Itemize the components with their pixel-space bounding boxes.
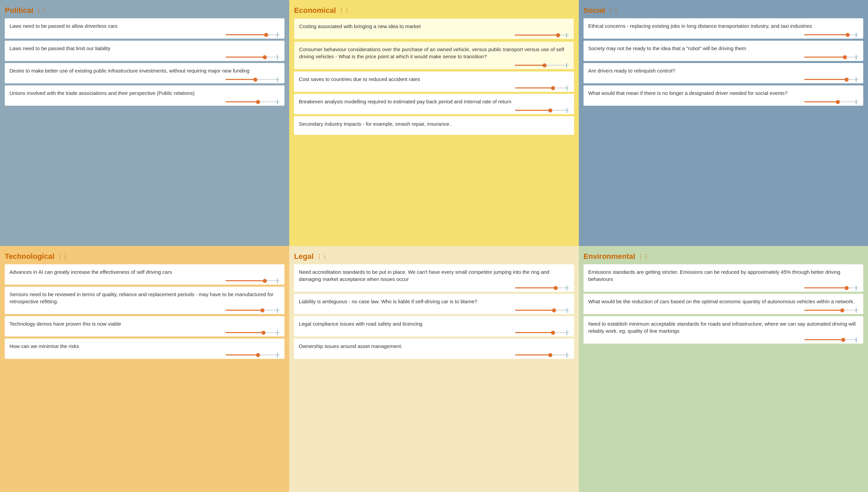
slider-container[interactable] [588, 287, 859, 289]
slider-thumb[interactable] [552, 308, 556, 312]
slider-track[interactable] [515, 310, 569, 311]
slider-track[interactable] [515, 332, 569, 333]
slider-container[interactable] [9, 354, 280, 356]
slider-track[interactable] [804, 310, 859, 311]
card-social-3[interactable]: What would that mean if there is no long… [584, 85, 863, 106]
card-technological-3[interactable]: How can we minimise the risks [5, 339, 284, 359]
card-economical-4[interactable]: Secondary industry impacts - for example… [294, 116, 574, 135]
slider-container[interactable] [299, 65, 569, 66]
card-economical-3[interactable]: Breakeven analysis modelling required to… [294, 94, 574, 114]
slider-track[interactable] [515, 35, 569, 36]
slider-thumb[interactable] [264, 33, 268, 37]
slider-end-marker [277, 77, 280, 82]
card-economical-2[interactable]: Cost saves to countries due to reduced a… [294, 71, 574, 92]
slider-container[interactable] [9, 280, 280, 282]
slider-fill [225, 101, 258, 102]
slider-thumb[interactable] [548, 353, 552, 357]
slider-container[interactable] [9, 332, 280, 334]
card-economical-1[interactable]: Consumer behaviour considerations over t… [294, 41, 574, 69]
slider-container[interactable] [588, 310, 859, 311]
card-political-2[interactable]: Desire to make better use of existing pu… [5, 63, 284, 83]
slider-track[interactable] [804, 339, 859, 340]
card-social-0[interactable]: Ethical concerns - replacing existing jo… [584, 18, 863, 39]
card-environmental-1[interactable]: What would be the reduction of cars base… [584, 294, 863, 314]
card-political-0[interactable]: Laws need to be passed to allow driverle… [5, 18, 284, 39]
card-legal-2[interactable]: Legal compliance issues with road safety… [294, 316, 574, 336]
slider-track[interactable] [225, 280, 280, 281]
card-environmental-0[interactable]: Emissions standards are getting stricter… [584, 264, 863, 292]
card-technological-2[interactable]: Technology demos have proven this is now… [5, 316, 284, 336]
slider-thumb[interactable] [845, 286, 849, 290]
slider-thumb[interactable] [253, 78, 257, 82]
slider-container[interactable] [299, 310, 569, 311]
slider-container[interactable] [9, 310, 280, 311]
slider-track[interactable] [225, 332, 280, 333]
slider-track[interactable] [515, 354, 569, 355]
slider-container[interactable] [588, 57, 859, 58]
slider-thumb[interactable] [256, 100, 260, 104]
slider-container[interactable] [9, 57, 280, 58]
slider-container[interactable] [588, 34, 859, 36]
slider-thumb[interactable] [548, 108, 552, 112]
slider-thumb[interactable] [846, 33, 850, 37]
slider-track[interactable] [225, 310, 280, 311]
slider-container[interactable] [588, 339, 859, 341]
card-legal-1[interactable]: Liability is ambiguous - no case law. Wh… [294, 294, 574, 314]
slider-container[interactable] [299, 332, 569, 334]
slider-thumb[interactable] [263, 55, 267, 59]
slider-track[interactable] [804, 57, 859, 58]
slider-thumb[interactable] [841, 338, 845, 342]
section-economical: Economical ⋮⋮Costing associated with bri… [289, 0, 578, 246]
slider-track[interactable] [225, 79, 280, 80]
slider-thumb[interactable] [542, 63, 547, 67]
slider-container[interactable] [9, 79, 280, 81]
slider-track[interactable] [804, 34, 859, 35]
card-text: How can we minimise the risks [9, 343, 280, 350]
slider-container[interactable] [299, 110, 569, 111]
slider-thumb[interactable] [836, 100, 840, 104]
slider-thumb[interactable] [263, 279, 267, 283]
slider-track[interactable] [515, 287, 569, 288]
slider-container[interactable] [9, 101, 280, 103]
slider-thumb[interactable] [554, 286, 558, 290]
slider-end-marker [277, 279, 280, 283]
slider-track[interactable] [804, 287, 859, 288]
slider-track[interactable] [225, 57, 280, 58]
slider-track[interactable] [804, 79, 859, 80]
slider-container[interactable] [299, 35, 569, 36]
slider-track[interactable] [225, 354, 280, 355]
card-social-2[interactable]: Are drivers ready to relinquish control? [584, 63, 863, 83]
slider-container[interactable] [299, 87, 569, 89]
slider-container[interactable] [9, 34, 280, 36]
card-technological-0[interactable]: Advances in AI can greatly increase the … [5, 264, 284, 285]
slider-thumb[interactable] [551, 331, 555, 335]
card-legal-0[interactable]: Need accreditation standards to be put i… [294, 264, 574, 292]
slider-track[interactable] [515, 87, 569, 88]
slider-track[interactable] [515, 65, 569, 66]
slider-thumb[interactable] [840, 308, 844, 312]
card-technological-1[interactable]: Sensors need to be reviewed in terms of … [5, 287, 284, 314]
card-political-3[interactable]: Unions involved with the trade associati… [5, 85, 284, 106]
slider-thumb[interactable] [556, 33, 560, 37]
slider-container[interactable] [299, 287, 569, 289]
slider-track[interactable] [225, 34, 280, 35]
card-text: Legal compliance issues with road safety… [299, 320, 569, 327]
slider-track[interactable] [804, 101, 859, 102]
slider-thumb[interactable] [256, 353, 260, 357]
slider-thumb[interactable] [260, 308, 264, 312]
slider-container[interactable] [588, 101, 859, 103]
card-legal-3[interactable]: Ownership issues around asset management… [294, 339, 574, 359]
card-social-1[interactable]: Society may not be ready to the idea tha… [584, 41, 863, 61]
slider-track[interactable] [515, 110, 569, 111]
card-environmental-2[interactable]: Need to establish minimum acceptable sta… [584, 316, 863, 344]
section-technological: Technological ⋮⋮Advances in AI can great… [0, 246, 289, 492]
slider-thumb[interactable] [845, 78, 849, 82]
slider-thumb[interactable] [551, 86, 555, 90]
slider-track[interactable] [225, 101, 280, 102]
slider-container[interactable] [299, 354, 569, 356]
card-political-1[interactable]: Laws need to be passed that limit our li… [5, 41, 284, 61]
slider-container[interactable] [588, 79, 859, 81]
slider-thumb[interactable] [843, 55, 847, 59]
card-economical-0[interactable]: Costing associated with bringing a new i… [294, 18, 574, 39]
slider-thumb[interactable] [261, 331, 265, 335]
